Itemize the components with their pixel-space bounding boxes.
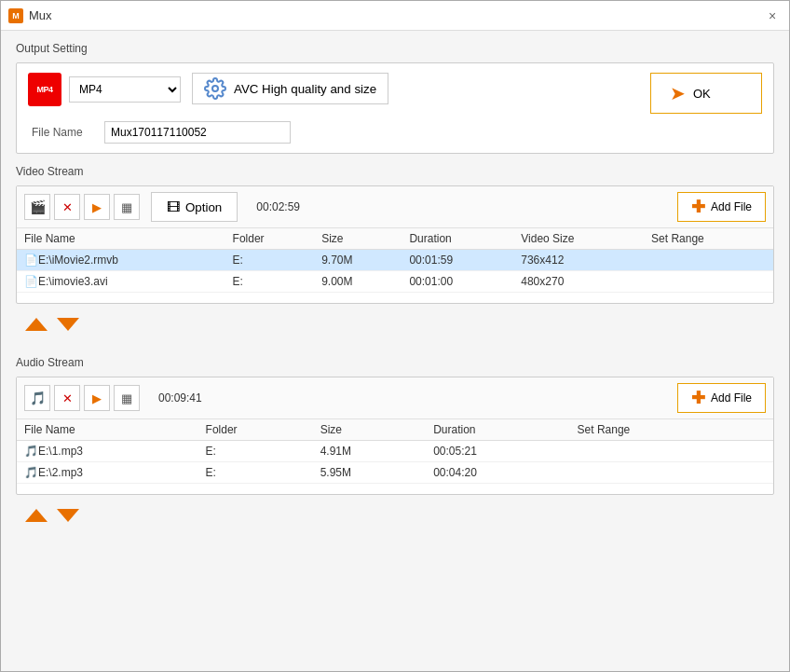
video-delete-button[interactable]: ✕: [54, 194, 80, 220]
audio-delete-icon: ✕: [62, 391, 73, 405]
output-header-row: MP4 MP4 AVI MKV MOV AVC High: [28, 73, 762, 114]
video-cell-size: 9.00M: [314, 271, 402, 293]
video-col-videosize: Video Size: [513, 228, 644, 250]
audio-play-icon: ▶: [92, 391, 102, 405]
video-add-file-button[interactable]: ✚ Add File: [677, 192, 766, 222]
audio-cell-folder: E:: [198, 462, 313, 484]
format-area: MP4 MP4 AVI MKV MOV: [28, 73, 181, 106]
audio-cell-setrange: [570, 462, 737, 484]
video-cell-folder: E:: [225, 250, 315, 271]
audio-down-icon: [57, 509, 79, 522]
video-cell-duration: 00:01:59: [402, 250, 513, 271]
svg-point-0: [212, 86, 218, 91]
video-stream-section: Video Stream 🎬 ✕ ▶ ▦ 🎞: [16, 165, 774, 345]
table-row[interactable]: 📄E:\iMovie2.rmvb E: 9.70M 00:01:59 736x4…: [17, 250, 773, 271]
audio-cell-size: 5.95M: [313, 462, 427, 484]
audio-file-icon: 🎵: [24, 445, 38, 458]
close-button[interactable]: ×: [763, 7, 782, 25]
audio-settings-icon: ▦: [121, 391, 132, 405]
video-file-icon: 📄: [24, 254, 38, 267]
video-add-file-icon: ✚: [691, 197, 705, 217]
audio-col-extra: [737, 419, 773, 441]
video-col-size: Size: [314, 228, 402, 250]
audio-col-folder: Folder: [198, 419, 313, 441]
audio-cell-filename: 🎵E:\1.mp3: [17, 441, 198, 462]
video-add-file-label: Add File: [711, 200, 752, 213]
audio-col-duration: Duration: [426, 419, 569, 441]
video-toolbar: 🎬 ✕ ▶ ▦ 🎞 Option 00:02:59: [17, 186, 773, 228]
audio-up-button[interactable]: [23, 502, 49, 528]
audio-down-button[interactable]: [55, 502, 81, 528]
video-add-button[interactable]: 🎬: [24, 194, 50, 220]
video-settings-icon: ▦: [121, 200, 132, 214]
option-button[interactable]: 🎞 Option: [151, 192, 238, 222]
video-cell-size: 9.70M: [314, 250, 402, 271]
ok-area: ➤ OK: [650, 73, 762, 114]
title-bar: M Mux ×: [1, 1, 789, 31]
video-col-duration: Duration: [402, 228, 513, 250]
audio-stream-label: Audio Stream: [16, 356, 774, 369]
audio-stream-box: 🎵 ✕ ▶ ▦ 00:09:41 ✚ Add File: [16, 377, 774, 495]
table-row[interactable]: 🎵E:\2.mp3 E: 5.95M 00:04:20: [17, 462, 773, 484]
app-icon: M: [8, 8, 23, 23]
video-cell-filename: 📄E:\iMovie2.rmvb: [17, 250, 225, 271]
video-delete-icon: ✕: [62, 200, 73, 214]
audio-cell-duration: 00:04:20: [426, 462, 569, 484]
audio-file-icon: 🎵: [24, 466, 38, 479]
audio-cell-filename: 🎵E:\2.mp3: [17, 462, 198, 484]
format-select[interactable]: MP4 AVI MKV MOV: [69, 76, 181, 103]
quality-label: AVC High quality and size: [234, 82, 376, 96]
audio-cell-setrange: [570, 441, 737, 462]
audio-duration: 00:09:41: [158, 391, 202, 405]
video-add-icon: 🎬: [30, 199, 46, 214]
table-row[interactable]: 🎵E:\1.mp3 E: 4.91M 00:05:21: [17, 441, 773, 462]
audio-cell-size: 4.91M: [313, 441, 427, 462]
title-bar-left: M Mux: [8, 8, 52, 23]
content-area: Output Setting MP4 MP4 AVI MKV MOV: [1, 31, 789, 671]
ok-button[interactable]: ➤ OK: [650, 73, 762, 114]
filename-row: File Name: [28, 121, 762, 144]
video-settings-button[interactable]: ▦: [114, 194, 140, 220]
audio-add-button[interactable]: 🎵: [24, 385, 50, 411]
audio-play-button[interactable]: ▶: [84, 385, 110, 411]
video-file-icon: 📄: [24, 275, 38, 288]
table-row[interactable]: 📄E:\imovie3.avi E: 9.00M 00:01:00 480x27…: [17, 271, 773, 293]
audio-col-filename: File Name: [17, 419, 198, 441]
audio-cell-folder: E:: [198, 441, 313, 462]
audio-settings-button[interactable]: ▦: [114, 385, 140, 411]
audio-cell-extra: [737, 441, 773, 462]
gear-icon: [204, 77, 226, 100]
option-film-icon: 🎞: [167, 199, 180, 214]
audio-delete-button[interactable]: ✕: [54, 385, 80, 411]
video-up-button[interactable]: [23, 311, 49, 337]
video-cell-setrange: [644, 271, 773, 293]
audio-add-file-button[interactable]: ✚ Add File: [677, 383, 766, 413]
filename-label: File Name: [32, 126, 97, 139]
ok-arrow-icon: ➤: [670, 82, 686, 104]
window-title: Mux: [29, 8, 52, 22]
video-down-button[interactable]: [55, 311, 81, 337]
video-cell-folder: E:: [225, 271, 315, 293]
video-file-table: File Name Folder Size Duration Video Siz…: [17, 228, 773, 293]
video-cell-videosize: 480x270: [513, 271, 644, 293]
output-setting-section: Output Setting MP4 MP4 AVI MKV MOV: [16, 42, 774, 154]
video-cell-filename: 📄E:\imovie3.avi: [17, 271, 225, 293]
video-stream-box: 🎬 ✕ ▶ ▦ 🎞 Option 00:02:59: [16, 185, 774, 304]
video-col-setrange: Set Range: [644, 228, 773, 250]
quality-button[interactable]: AVC High quality and size: [192, 73, 388, 104]
output-setting-label: Output Setting: [16, 42, 774, 55]
filename-input[interactable]: [104, 121, 291, 144]
mp4-icon: MP4: [28, 73, 61, 106]
video-table-area: File Name Folder Size Duration Video Siz…: [17, 228, 773, 303]
video-duration: 00:02:59: [256, 200, 300, 213]
audio-toolbar: 🎵 ✕ ▶ ▦ 00:09:41 ✚ Add File: [17, 377, 773, 419]
main-window: M Mux × Output Setting MP4 MP4 AVI MKV M…: [0, 0, 790, 672]
audio-col-setrange: Set Range: [570, 419, 737, 441]
audio-add-icon: 🎵: [30, 391, 46, 405]
audio-up-icon: [25, 509, 48, 522]
video-play-icon: ▶: [92, 200, 102, 214]
video-play-button[interactable]: ▶: [84, 194, 110, 220]
audio-arrows: [16, 495, 774, 536]
audio-add-file-label: Add File: [711, 391, 752, 405]
video-col-folder: Folder: [225, 228, 315, 250]
